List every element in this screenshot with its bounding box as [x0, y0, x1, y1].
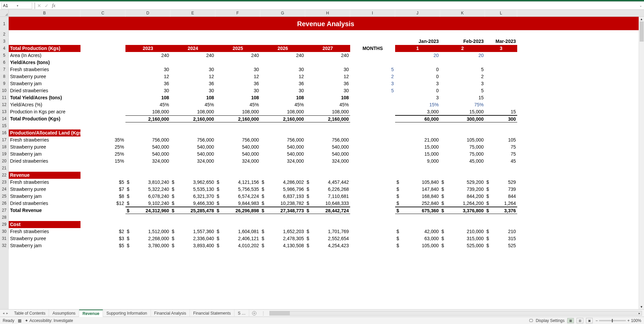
accessibility-status[interactable]: Accessibility: Investigate — [30, 318, 73, 323]
cell[interactable]: $42,000 — [395, 228, 440, 235]
cell[interactable]: $529 — [485, 179, 517, 186]
cell[interactable] — [395, 129, 440, 137]
cell[interactable] — [395, 59, 440, 66]
cell[interactable] — [170, 165, 215, 172]
cell[interactable]: 324,000 — [215, 158, 260, 165]
cell[interactable] — [350, 101, 395, 108]
view-normal-button[interactable]: ▦ — [567, 318, 574, 323]
cell[interactable]: Strawberry jam — [9, 151, 80, 158]
sheet-tab[interactable]: Supporting Information — [103, 310, 151, 317]
cell[interactable]: 324,000 — [170, 158, 215, 165]
months-label[interactable]: MONTHS — [350, 45, 395, 52]
cell[interactable]: $3,376,800 — [440, 207, 485, 214]
cell[interactable] — [9, 31, 80, 38]
year-header[interactable]: 2027 — [305, 45, 350, 52]
cell[interactable]: Total Production (Kgs) — [9, 115, 80, 122]
cell[interactable]: $210,000 — [440, 228, 485, 235]
cell[interactable] — [440, 214, 485, 221]
cell[interactable] — [485, 94, 517, 101]
row-header[interactable]: 15 — [0, 122, 9, 129]
cell[interactable] — [80, 221, 125, 228]
cell[interactable]: $525 — [485, 242, 517, 249]
col-header[interactable]: G — [260, 10, 305, 17]
cell[interactable] — [80, 207, 125, 214]
cell[interactable]: $1,557,360 — [170, 228, 215, 235]
month-number[interactable]: 2 — [440, 45, 485, 52]
row-header[interactable]: 3 — [0, 38, 9, 45]
cell[interactable]: $6,837,193 — [260, 193, 305, 200]
cell[interactable]: 108,000 — [305, 108, 350, 115]
cell[interactable]: $1,652,203 — [260, 228, 305, 235]
zoom-out-button[interactable]: − — [595, 318, 598, 323]
cell[interactable]: $6,226,268 — [305, 186, 350, 193]
cell[interactable]: 0 — [395, 73, 440, 80]
cell[interactable]: 12 — [260, 73, 305, 80]
cell[interactable] — [80, 59, 125, 66]
cell[interactable]: 30 — [170, 66, 215, 73]
cell[interactable]: 756,000 — [125, 137, 170, 144]
cell[interactable] — [170, 38, 215, 45]
cell[interactable] — [260, 165, 305, 172]
row-header[interactable]: 24 — [0, 186, 9, 193]
cell[interactable]: 105,000 — [440, 137, 485, 144]
cell[interactable]: $4,010,202 — [215, 242, 260, 249]
col-header[interactable]: D — [125, 10, 170, 17]
cell[interactable] — [350, 165, 395, 172]
col-header[interactable]: J — [395, 10, 440, 17]
cell[interactable]: 756,000 — [215, 137, 260, 144]
cell[interactable]: 15% — [80, 158, 125, 165]
cell[interactable] — [350, 52, 395, 59]
cell[interactable]: 25% — [80, 144, 125, 151]
cell[interactable]: Dried strawberries — [9, 158, 80, 165]
cell[interactable] — [260, 221, 305, 228]
cell[interactable] — [305, 214, 350, 221]
scroll-down-icon[interactable]: ▼ — [639, 305, 644, 309]
cell[interactable]: Dried strawberries — [9, 200, 80, 207]
cell[interactable]: 756,000 — [305, 137, 350, 144]
row-header[interactable]: 29 — [0, 221, 9, 228]
scroll-right-icon[interactable]: ▸ — [637, 311, 642, 315]
row-header[interactable]: 7 — [0, 66, 9, 73]
cell[interactable] — [485, 87, 517, 94]
tab-nav-prev-icon[interactable]: ▸ — [6, 311, 8, 315]
cell[interactable] — [215, 172, 260, 179]
cell[interactable]: $6,574,224 — [215, 193, 260, 200]
select-all-corner[interactable] — [0, 10, 9, 17]
cell[interactable]: 2,160,000 — [260, 115, 305, 122]
cell[interactable] — [485, 31, 517, 38]
cell[interactable]: $27,348,773 — [260, 207, 305, 214]
row-header[interactable]: 30 — [0, 228, 9, 235]
cell[interactable]: 108 — [125, 94, 170, 101]
cell[interactable]: Feb-2023 — [440, 38, 485, 45]
row-header[interactable]: 4 — [0, 45, 9, 52]
cell[interactable] — [215, 38, 260, 45]
cell[interactable] — [9, 38, 80, 45]
cell[interactable] — [440, 122, 485, 129]
cell[interactable]: $2,268,000 — [125, 235, 170, 242]
cell[interactable] — [215, 129, 260, 137]
cell[interactable] — [485, 214, 517, 221]
cell[interactable] — [125, 31, 170, 38]
cell[interactable]: $6,321,370 — [170, 193, 215, 200]
cell[interactable]: 108,000 — [125, 108, 170, 115]
cell[interactable]: 756,000 — [260, 137, 305, 144]
cell[interactable]: 12 — [170, 73, 215, 80]
cell[interactable]: $9,102,240 — [125, 200, 170, 207]
row-header[interactable]: 25 — [0, 193, 9, 200]
row-header[interactable]: 26 — [0, 200, 9, 207]
cell[interactable] — [9, 122, 80, 129]
cell[interactable] — [350, 122, 395, 129]
cell[interactable] — [485, 73, 517, 80]
row-header[interactable]: 11 — [0, 94, 9, 101]
cell[interactable]: 108 — [305, 94, 350, 101]
cell[interactable] — [305, 59, 350, 66]
cell[interactable]: $210 — [485, 228, 517, 235]
view-page-break-button[interactable]: ▣ — [586, 318, 593, 323]
year-header[interactable]: 2024 — [170, 45, 215, 52]
cell[interactable] — [260, 59, 305, 66]
cell[interactable] — [305, 172, 350, 179]
cell[interactable] — [485, 129, 517, 137]
cell[interactable]: 540,000 — [305, 151, 350, 158]
cell[interactable]: Yield/Acres (tons) — [9, 59, 80, 66]
cell[interactable]: 5 — [350, 66, 395, 73]
